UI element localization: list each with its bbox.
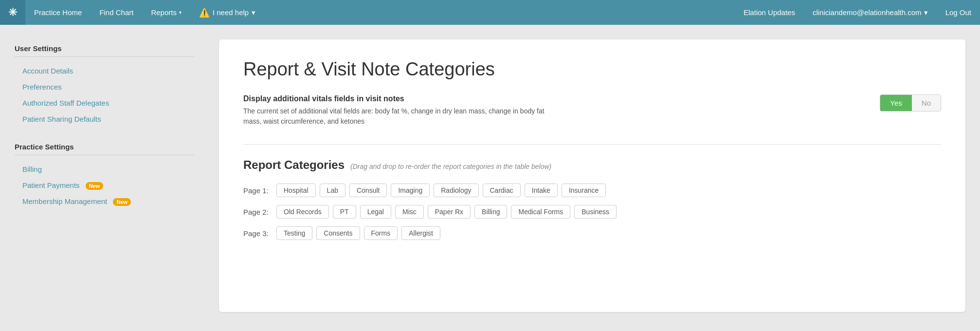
tag-medical-forms[interactable]: Medical Forms [511, 205, 570, 219]
tag-radiology[interactable]: Radiology [434, 184, 478, 197]
tag-misc[interactable]: Misc [395, 205, 424, 219]
report-categories-title: Report Categories [243, 158, 345, 172]
tag-paper-rx[interactable]: Paper Rx [428, 205, 471, 219]
topnav: ✳ Practice Home Find Chart Reports ▾ ⚠️ … [0, 0, 980, 25]
nav-elation-updates[interactable]: Elation Updates [735, 0, 804, 25]
logo[interactable]: ✳ [0, 0, 25, 25]
tag-forms[interactable]: Forms [364, 226, 398, 240]
reports-caret-icon: ▾ [179, 10, 181, 15]
nav-practice-home[interactable]: Practice Home [25, 0, 91, 25]
tag-billing[interactable]: Billing [474, 205, 507, 219]
nav-i-need-help[interactable]: ⚠️ I need help ▾ [190, 0, 264, 25]
nav-reports[interactable]: Reports ▾ [142, 0, 190, 25]
page-3-label: Page 3: [243, 229, 272, 238]
content-card: Report & Visit Note Categories Display a… [219, 39, 965, 312]
topnav-right: Elation Updates cliniciandemo@elationhea… [735, 0, 980, 25]
page-1-label: Page 1: [243, 186, 272, 195]
report-categories-header: Report Categories (Drag and drop to re-o… [243, 158, 941, 172]
topnav-left: Practice Home Find Chart Reports ▾ ⚠️ I … [25, 0, 735, 25]
page-3-row: Page 3: Testing Consents Forms Allergist [243, 226, 941, 240]
page-layout: User Settings Account Details Preference… [0, 25, 980, 331]
membership-management-new-badge: New [113, 198, 131, 206]
section-divider [243, 144, 941, 145]
help-caret-icon: ▾ [252, 8, 255, 17]
tag-pt[interactable]: PT [333, 205, 356, 219]
user-settings-section: User Settings Account Details Preference… [15, 44, 195, 127]
toggle-yes-button[interactable]: Yes [880, 95, 911, 111]
nav-logout[interactable]: Log Out [937, 0, 980, 25]
sidebar-item-billing[interactable]: Billing [15, 161, 195, 177]
sidebar-item-membership-management[interactable]: Membership Management New [15, 193, 195, 209]
nav-find-chart[interactable]: Find Chart [91, 0, 142, 25]
vitals-heading: Display additional vitals fields in visi… [243, 94, 560, 103]
tag-consult[interactable]: Consult [349, 184, 387, 197]
tag-hospital[interactable]: Hospital [276, 184, 316, 197]
vitals-description: The current set of additional vital fiel… [243, 106, 560, 127]
nav-user-email[interactable]: cliniciandemo@elationhealth.com ▾ [804, 0, 937, 25]
tag-cardiac[interactable]: Cardiac [483, 184, 521, 197]
tag-imaging[interactable]: Imaging [391, 184, 430, 197]
sidebar-item-authorized-staff-delegates[interactable]: Authorized Staff Delegates [15, 95, 195, 111]
patient-payments-new-badge: New [86, 182, 104, 190]
vitals-section: Display additional vitals fields in visi… [243, 94, 941, 127]
practice-settings-title: Practice Settings [15, 143, 195, 155]
tag-consents[interactable]: Consents [316, 226, 360, 240]
tag-allergist[interactable]: Allergist [401, 226, 440, 240]
main-content: Report & Visit Note Categories Display a… [209, 25, 980, 331]
sidebar-item-account-details[interactable]: Account Details [15, 63, 195, 79]
user-settings-title: User Settings [15, 44, 195, 57]
sidebar-item-preferences[interactable]: Preferences [15, 79, 195, 95]
page-title: Report & Visit Note Categories [243, 59, 941, 80]
tag-legal[interactable]: Legal [360, 205, 391, 219]
report-categories-hint: (Drag and drop to re-order the report ca… [350, 163, 551, 170]
tag-intake[interactable]: Intake [525, 184, 558, 197]
warning-icon: ⚠️ [199, 7, 210, 18]
user-caret-icon: ▾ [924, 8, 928, 17]
tag-old-records[interactable]: Old Records [276, 205, 329, 219]
page-1-row: Page 1: Hospital Lab Consult Imaging Rad… [243, 184, 941, 197]
tag-lab[interactable]: Lab [320, 184, 345, 197]
vitals-toggle-group: Yes No [880, 94, 941, 111]
sidebar-item-patient-sharing-defaults[interactable]: Patient Sharing Defaults [15, 111, 195, 127]
sidebar: User Settings Account Details Preference… [0, 25, 209, 331]
practice-settings-section: Practice Settings Billing Patient Paymen… [15, 143, 195, 209]
page-2-row: Page 2: Old Records PT Legal Misc Paper … [243, 205, 941, 219]
toggle-no-button[interactable]: No [912, 95, 941, 111]
logo-icon: ✳ [8, 6, 17, 19]
vitals-text: Display additional vitals fields in visi… [243, 94, 560, 127]
tag-testing[interactable]: Testing [276, 226, 312, 240]
tag-insurance[interactable]: Insurance [562, 184, 606, 197]
tag-business[interactable]: Business [574, 205, 617, 219]
sidebar-item-patient-payments[interactable]: Patient Payments New [15, 177, 195, 193]
page-2-label: Page 2: [243, 208, 272, 216]
